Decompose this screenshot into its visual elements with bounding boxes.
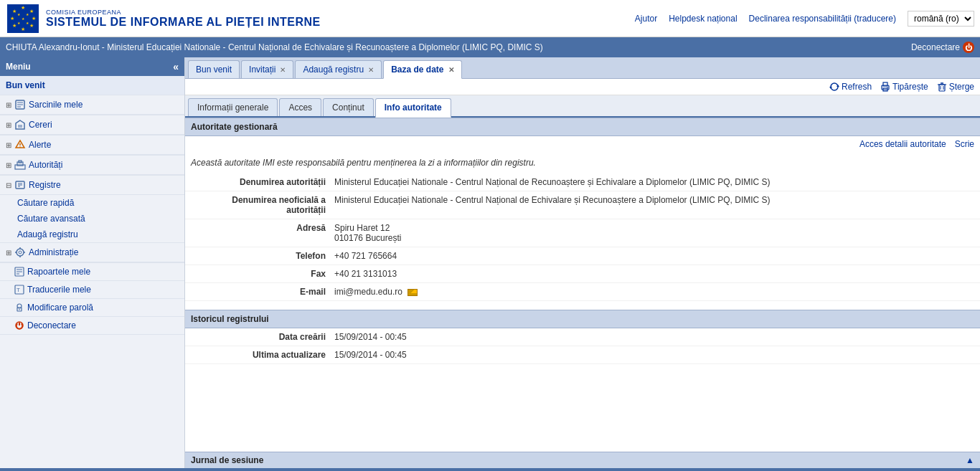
inner-tab-info-autoritate-label: Info autoritate: [385, 103, 442, 113]
tab-invitatii-label: Invitații: [249, 65, 275, 75]
declinare-link[interactable]: Declinarea responsabilității (traducere): [749, 14, 896, 24]
tipareste-button[interactable]: Tipărește: [880, 82, 928, 92]
email-label: E-mail: [191, 287, 334, 297]
svg-text:★: ★: [10, 16, 14, 21]
inner-tab-continut[interactable]: Conținut: [323, 98, 374, 116]
ajutor-link[interactable]: Ajutor: [635, 14, 657, 24]
denumirea-neoficiala-label: Denumirea neoficială aautorității: [191, 195, 334, 215]
inner-tab-informatii-generale[interactable]: Informații generale: [188, 98, 278, 116]
cautare-avansata-link[interactable]: Căutare avansată: [0, 211, 184, 227]
svg-point-21: [19, 146, 21, 148]
adresa-value: Spiru Haret 12010176 București: [334, 223, 974, 243]
helpdesk-link[interactable]: Helpdesk național: [669, 14, 737, 24]
sidebar-item-cereri[interactable]: ⊞ Cereri: [0, 115, 184, 135]
svg-text:★: ★: [12, 23, 17, 28]
adresa-label: Adresă: [191, 223, 334, 233]
main-layout: Meniu « Bun venit ⊞ Sarcinile mele ⊞ Cer…: [0, 57, 980, 468]
sidebar-title: Meniu: [6, 62, 31, 72]
fax-row: Fax +40 21 3131013: [185, 265, 980, 283]
logo-small: COMISIA EUROPEANA: [46, 9, 321, 16]
svg-text:T: T: [17, 287, 20, 293]
language-select[interactable]: română (ro): [908, 11, 974, 27]
deconectare-button[interactable]: Deconectare ⏻: [911, 42, 974, 53]
status-bar: IMI 6.1: [0, 468, 980, 471]
tab-adauga-registru-label: Adaugă registru: [303, 65, 364, 75]
telefon-label: Telefon: [191, 251, 334, 261]
sidebar-item-traducerile-mele[interactable]: T Traducerile mele: [0, 281, 184, 299]
tab-baza-de-date-label: Baza de date: [391, 65, 443, 75]
autoritate-info-text: Această autoritate IMI este responsabilă…: [185, 152, 980, 173]
tab-adauga-registru[interactable]: Adaugă registru ✕: [295, 60, 382, 78]
tab-invitatii-close[interactable]: ✕: [280, 66, 286, 74]
istoricul-registrului-title: Istoricul registrului: [191, 314, 269, 324]
denumirea-autoritatii-row: Denumirea autorității Ministerul Educați…: [185, 173, 980, 191]
power-icon: ⏻: [963, 42, 974, 53]
svg-text:★: ★: [29, 23, 34, 28]
sidebar-item-autoritati[interactable]: ⊞ Autorități: [0, 156, 184, 175]
svg-point-29: [17, 249, 24, 256]
tab-baza-de-date[interactable]: Baza de date ✕: [383, 60, 461, 79]
jurnal-collapse-button[interactable]: ▲: [966, 455, 974, 465]
email-value: imi@medu.edu.ro: [334, 287, 974, 297]
bun-venit-label: Bun venit: [6, 80, 45, 90]
denumirea-neoficiala-row: Denumirea neoficială aautorității Minist…: [185, 191, 980, 219]
info-italic-text: Această autoritate IMI este responsabilă…: [191, 158, 536, 168]
telefon-value: +40 721 765664: [334, 251, 974, 261]
fax-value: +40 21 3131013: [334, 269, 974, 279]
inner-tab-acces[interactable]: Acces: [279, 98, 321, 116]
svg-rect-52: [939, 85, 945, 91]
sidebar-group-administratie: ⊞ Administrație: [0, 243, 184, 263]
deconectare-sidebar-icon: [14, 320, 24, 330]
sidebar-collapse-button[interactable]: «: [173, 61, 179, 72]
sidebar-group-alerte: ⊞ Alerte: [0, 135, 184, 156]
deconectare-label: Deconectare: [911, 42, 960, 52]
svg-text:★: ★: [21, 27, 25, 32]
print-icon: [880, 82, 890, 92]
sidebar-item-sarcinile-mele[interactable]: ⊞ Sarcinile mele: [0, 95, 184, 115]
adauga-registru-link[interactable]: Adaugă registru: [0, 227, 184, 242]
svg-point-51: [887, 87, 888, 88]
email-icon[interactable]: [407, 289, 418, 296]
refresh-button[interactable]: Refresh: [829, 82, 872, 92]
registre-label: Registre: [29, 180, 61, 190]
traduceri-icon: T: [14, 285, 24, 295]
acces-detalii-link[interactable]: Acces detalii autoritate: [859, 139, 946, 149]
tab-baza-de-date-close[interactable]: ✕: [448, 66, 454, 74]
expand-icon: ⊞: [6, 121, 11, 129]
ultima-actualizare-value: 15/09/2014 - 00:45: [334, 350, 974, 360]
tipareste-label: Tipărește: [892, 82, 928, 92]
main-content: Autoritate gestionară Acces detalii auto…: [185, 118, 980, 452]
scrie-link[interactable]: Scrie: [955, 139, 974, 149]
tab-invitatii[interactable]: Invitații ✕: [241, 60, 293, 78]
autoritate-gestionara-title: Autoritate gestionară: [191, 122, 278, 132]
tab-bun-venit[interactable]: Bun venit: [188, 60, 240, 78]
svg-text:★: ★: [21, 5, 25, 10]
svg-text:★: ★: [12, 9, 17, 14]
sidebar-item-modificare-parola[interactable]: Modificare parolă: [0, 299, 184, 317]
sidebar-item-deconectare[interactable]: Deconectare: [0, 317, 184, 335]
data-crearii-value: 15/09/2014 - 00:45: [334, 332, 974, 342]
sterge-button[interactable]: Șterge: [937, 82, 974, 92]
sidebar-item-administratie[interactable]: ⊞ Administrație: [0, 243, 184, 262]
sidebar-item-rapoartele-mele[interactable]: Rapoartele mele: [0, 263, 184, 281]
autoritate-links-row: Acces detalii autoritate Scrie: [185, 136, 980, 152]
registre-icon: [14, 179, 26, 191]
sidebar-group-sarcinile: ⊞ Sarcinile mele: [0, 95, 184, 115]
sidebar-item-registre[interactable]: ⊟ Registre: [0, 176, 184, 195]
tasks-icon: [14, 99, 26, 110]
cautare-rapida-link[interactable]: Căutare rapidă: [0, 195, 184, 211]
svg-point-30: [19, 251, 22, 254]
sidebar-item-bun-venit[interactable]: Bun venit: [0, 76, 184, 95]
collapse-icon: ⊟: [6, 181, 11, 189]
sidebar-group-cereri: ⊞ Cereri: [0, 115, 184, 135]
administratie-icon: [14, 247, 26, 258]
delete-icon: [937, 82, 947, 92]
sidebar-item-alerte[interactable]: ⊞ Alerte: [0, 135, 184, 155]
logo-text: COMISIA EUROPEANA SISTEMUL DE INFORMARE …: [46, 9, 321, 29]
tab-adauga-registru-close[interactable]: ✕: [368, 66, 374, 74]
autoritati-label: Autorități: [29, 160, 62, 170]
inner-tab-acces-label: Acces: [288, 103, 312, 113]
traducerile-mele-label: Traducerile mele: [27, 285, 91, 295]
sidebar-group-autoritati: ⊞ Autorități: [0, 156, 184, 176]
inner-tab-info-autoritate[interactable]: Info autoritate: [375, 98, 451, 118]
